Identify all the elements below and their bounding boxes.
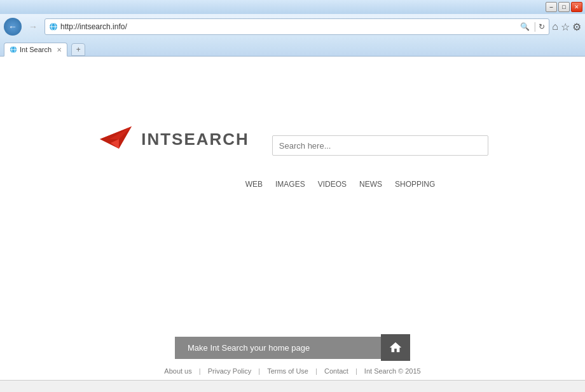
footer-privacy[interactable]: Privacy Policy (208, 367, 251, 375)
back-button[interactable]: ← (4, 18, 22, 36)
svg-marker-9 (109, 126, 132, 139)
tab-label: Int Search (20, 46, 52, 53)
homepage-banner-text[interactable]: Make Int Search your home page (175, 337, 381, 359)
navigation-bar: ← → 🔍 | ↻ ⌂ ☆ ⚙ (0, 14, 585, 39)
footer-terms[interactable]: Terms of Use (267, 367, 308, 375)
maximize-button[interactable]: □ (558, 2, 570, 12)
settings-button[interactable]: ⚙ (572, 21, 581, 33)
home-button[interactable]: ⌂ (552, 21, 558, 32)
tab-ie-icon (10, 46, 17, 53)
address-input[interactable] (60, 22, 516, 31)
logo-text: INTSEARCH (141, 130, 249, 149)
nav-images[interactable]: IMAGES (275, 180, 305, 189)
address-search-button[interactable]: 🔍 (519, 22, 531, 31)
nav-web[interactable]: WEB (245, 180, 263, 189)
logo-area: INTSEARCH (97, 120, 249, 158)
logo-search-row: INTSEARCH (97, 120, 488, 171)
nav-shopping[interactable]: SHOPPING (395, 180, 435, 189)
toolbar-right: ⌂ ☆ ⚙ (552, 21, 581, 33)
status-bar (0, 380, 585, 392)
favorites-button[interactable]: ☆ (561, 21, 570, 33)
search-input[interactable] (272, 135, 488, 156)
tab-close-button[interactable]: ✕ (57, 46, 62, 53)
refresh-button[interactable]: ↻ (539, 22, 545, 31)
separator: | (533, 21, 536, 32)
tab-bar: Int Search ✕ + (0, 39, 585, 56)
homepage-banner: Make Int Search your home page (175, 334, 410, 361)
minimize-button[interactable]: – (546, 2, 557, 12)
footer-contact[interactable]: Contact (324, 367, 348, 375)
forward-button[interactable]: → (24, 18, 42, 36)
home-icon (389, 341, 403, 355)
nav-videos[interactable]: VIDEOS (318, 180, 347, 189)
logo-icon (97, 120, 135, 158)
nav-news[interactable]: NEWS (359, 180, 382, 189)
homepage-icon-button[interactable] (381, 334, 410, 361)
new-tab-button[interactable]: + (71, 43, 85, 56)
footer-about[interactable]: About us (164, 367, 191, 375)
footer: About us | Privacy Policy | Terms of Use… (0, 367, 585, 375)
active-tab[interactable]: Int Search ✕ (4, 43, 67, 57)
search-page: INTSEARCH WEB IMAGES VIDEOS NEWS SHOPPIN… (0, 57, 585, 189)
search-nav-links: WEB IMAGES VIDEOS NEWS SHOPPING (245, 180, 436, 189)
title-bar: – □ ✕ (0, 0, 585, 14)
search-input-wrap (272, 135, 488, 156)
browser-content: INTSEARCH WEB IMAGES VIDEOS NEWS SHOPPIN… (0, 57, 585, 380)
ie-icon (49, 22, 58, 31)
close-button[interactable]: ✕ (571, 2, 582, 12)
footer-copyright: Int Search © 2015 (364, 367, 421, 375)
address-bar[interactable]: 🔍 | ↻ (45, 18, 549, 35)
